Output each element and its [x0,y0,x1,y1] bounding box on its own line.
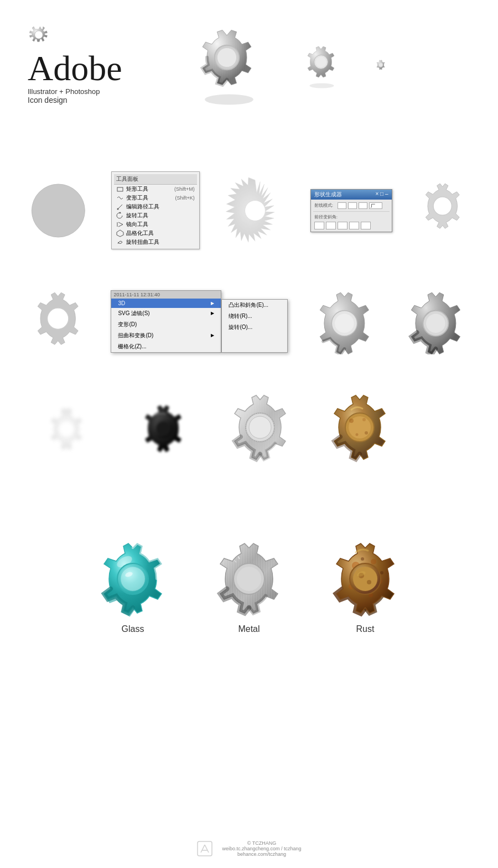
gear-outline-flat-icon [414,180,471,241]
ctx-transform: 变形(D) [111,319,221,330]
rust-gear-icon [324,542,407,620]
glass-gear-item: Glass [91,542,174,634]
panel-row-rotate: 旋转工具 [114,211,197,220]
footer-text: © TCZHANG weibo.tc.zhangcheng.com / tczh… [222,840,301,857]
gear-medium-3d-icon [293,39,349,94]
metal-gear-icon [208,542,290,620]
panel-row-crystal: 晶格化工具 [114,229,197,238]
svg-point-21 [426,314,445,333]
footer-url: weibo.tc.zhangcheng.com / tczhang [222,846,301,851]
svg-point-10 [32,184,85,237]
effects-panel: 形状生成器 × □ – 射线模式: 厂 前径变斜角: [310,189,392,232]
svg-point-38 [121,567,145,591]
svg-marker-14 [117,230,123,237]
gear-small-3d-icon [371,56,391,76]
svg-rect-58 [198,841,212,856]
svg-point-43 [237,567,261,591]
svg-point-12 [117,208,118,210]
svg-point-32 [349,419,354,423]
svg-point-47 [371,559,376,564]
final-icons-section: Glass [0,526,498,651]
context-menu: 2011-11-11 12:31:40 3D▶ SVG 滤镜(S)▶ 变形(D)… [111,290,221,353]
metal-label: Metal [238,624,260,634]
gear-shadow-black-icon [136,404,191,454]
final-icons-row: Glass [0,526,498,651]
effects-title-bar: 形状生成器 × □ – [311,190,392,200]
gear-large-3d-icon [183,22,271,111]
ctx-rasterize: 栅格化(Z)... [111,341,221,352]
svg-point-34 [356,433,359,436]
gear-shadow-black-wrapper [127,401,199,457]
gear-silver-refined-icon [221,393,299,465]
footer-copyright: © TCZHANG [222,840,301,846]
svg-point-23 [59,421,74,437]
svg-point-51 [361,557,364,561]
context-menu-wrapper: 2011-11-11 12:31:40 3D▶ SVG 滤镜(S)▶ 变形(D)… [111,290,288,353]
rust-gear-item: Rust [324,542,407,634]
panel-row-warp: 变形工具 (Shift+K) [114,194,197,202]
svg-point-4 [205,94,253,104]
svg-line-60 [205,845,209,853]
brand-gear-small-icon [22,23,55,56]
svg-line-59 [201,845,205,853]
step2-row: 2011-11-11 12:31:40 3D▶ SVG 滤镜(S)▶ 变形(D)… [0,271,498,371]
gear-shadow-white-wrapper [28,401,105,457]
step1-row: 工具面板 矩形工具 (Shift+M) 变形工具 (Shift+K) 编辑路径工… [0,155,498,266]
gear-3d-silver2-icon [401,288,470,354]
svg-point-25 [156,421,170,436]
svg-point-0 [35,30,43,38]
star-spike-shape-icon [222,175,288,247]
svg-rect-11 [117,187,123,191]
svg-point-33 [365,431,368,435]
circle-shape-icon [28,177,89,244]
panel-row-edit-path: 编辑路径工具 [114,202,197,211]
svg-point-28 [249,416,271,438]
sub-revolve: 绕转(R)... [222,311,287,322]
svg-point-17 [48,308,69,329]
brand-block: Adobe Illustrator + Photoshop Icon desig… [28,29,149,104]
svg-point-52 [380,571,383,574]
svg-point-3 [217,48,236,67]
svg-point-54 [353,567,377,591]
glass-label: Glass [122,624,144,634]
panel-row-twist: 旋转扭曲工具 [114,238,197,247]
brand-sub2: Icon design [28,96,122,104]
panel-row-rect: 矩形工具 (Shift+M) [114,185,197,194]
svg-point-15 [245,200,265,221]
ctx-svg: SVG 滤镜(S)▶ [111,308,221,319]
footer-logo-icon [196,840,213,857]
brand-subtitle: Illustrator + Photoshop [28,87,122,96]
header-section: Adobe Illustrator + Photoshop Icon desig… [0,0,498,122]
svg-point-56 [367,580,371,584]
sub-extrude: 凸出和斜角(E)... [222,300,287,311]
footer: © TCZHANG weibo.tc.zhangcheng.com / tczh… [0,840,498,857]
svg-point-7 [310,83,334,88]
gear-3d-silver1-icon [310,288,379,354]
metal-gear-item: Metal [208,542,290,634]
rust-label: Rust [356,624,375,634]
sub-rotate: 旋转(O)... [222,322,287,333]
panel-row-mirror: 镜向工具 [114,220,197,229]
glass-gear-icon [91,542,174,620]
ctx-distort: 扭曲和变换(D)▶ [111,330,221,341]
svg-point-9 [379,63,382,66]
tools-panel: 工具面板 矩形工具 (Shift+M) 变形工具 (Shift+K) 编辑路径工… [111,171,200,249]
sub-context-menu: 凸出和斜角(E)... 绕转(R)... 旋转(O)... [221,299,288,353]
gear-flat-gray-icon [28,290,89,353]
svg-point-16 [433,197,452,215]
svg-point-35 [362,418,366,421]
effects-body: 射线模式: 厂 前径变斜角: [311,200,392,232]
step3-row [0,377,498,482]
svg-point-19 [335,314,355,333]
footer-url2: behance.com/tczhang [222,851,301,857]
header-gear-row [172,22,470,111]
svg-point-6 [316,57,326,67]
gear-rust-preview-icon [321,393,398,465]
gear-shadow-white-icon [33,407,100,451]
ctx-3d: 3D▶ [111,299,221,308]
